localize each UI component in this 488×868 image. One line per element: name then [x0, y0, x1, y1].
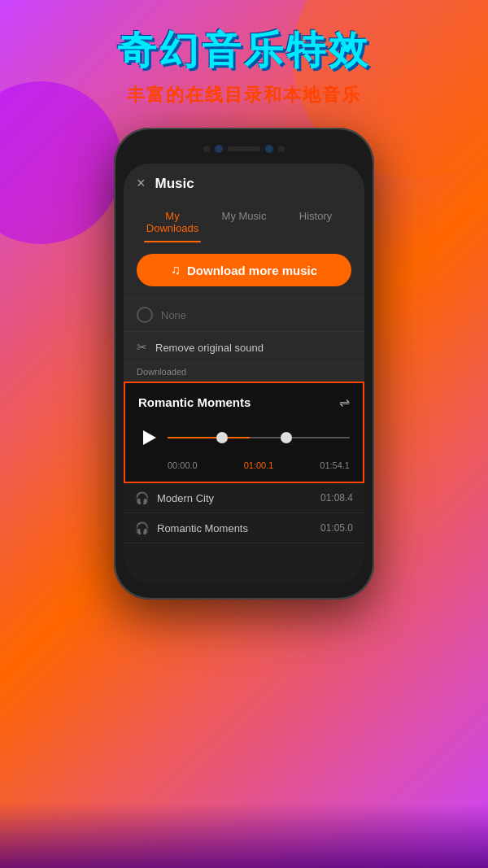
- song-name-1: Romantic Moments: [157, 522, 312, 534]
- time-row: 00:00.0 01:00.1 01:54.1: [138, 460, 350, 470]
- time-start: 00:00.0: [168, 460, 198, 470]
- trim-handle-end[interactable]: [281, 432, 292, 443]
- none-row: None: [124, 298, 364, 331]
- speaker-dot: [228, 146, 260, 151]
- music-title-row: × Music: [137, 175, 351, 192]
- camera-dot-2: [265, 145, 273, 153]
- music-note-icon: ♫: [171, 263, 181, 277]
- player-section: Romantic Moments ⇌ 00:00.0: [124, 382, 364, 483]
- player-title-row: Romantic Moments ⇌: [138, 395, 350, 410]
- headphone-icon-0: 🎧: [135, 491, 149, 504]
- remove-sound-label: Remove original sound: [155, 342, 264, 354]
- phone-screen: × Music My Downloads My Music History: [124, 164, 364, 583]
- download-section: ♫ Download more music: [124, 242, 364, 298]
- trim-handle-start[interactable]: [216, 432, 228, 443]
- top-section: 奇幻音乐特效 丰富的在线目录和本地音乐: [0, 0, 488, 116]
- song-name-0: Modern City: [157, 492, 312, 504]
- app-subtitle: 丰富的在线目录和本地音乐: [16, 83, 472, 107]
- downloaded-label: Downloaded: [124, 363, 364, 382]
- camera-area: [203, 145, 285, 153]
- headphone-icon-1: 🎧: [135, 521, 149, 534]
- song-duration-1: 01:05.0: [320, 522, 353, 534]
- none-label: None: [161, 309, 186, 321]
- tabs-row: My Downloads My Music History: [137, 203, 351, 242]
- none-circle-icon: [137, 307, 153, 323]
- dot-2: [278, 146, 285, 152]
- song-item-1[interactable]: 🎧 Romantic Moments 01:05.0: [124, 513, 364, 543]
- song-item-0[interactable]: 🎧 Modern City 01:08.4: [124, 483, 364, 513]
- time-current: 01:00.1: [244, 460, 274, 470]
- cut-icon: ✂: [137, 340, 147, 355]
- bottom-gradient-bar: [0, 803, 488, 868]
- song-duration-0: 01:08.4: [320, 492, 353, 504]
- play-button[interactable]: [138, 426, 161, 449]
- tab-my-downloads[interactable]: My Downloads: [137, 203, 208, 242]
- player-song-name: Romantic Moments: [138, 395, 251, 409]
- download-more-music-button[interactable]: ♫ Download more music: [137, 254, 351, 286]
- remove-sound-row[interactable]: ✂ Remove original sound: [124, 331, 364, 363]
- song-list: 🎧 Modern City 01:08.4 🎧 Romantic Moments…: [124, 483, 364, 543]
- phone-wrapper: × Music My Downloads My Music History: [0, 128, 488, 600]
- camera-dot: [215, 145, 223, 153]
- filter-icon[interactable]: ⇌: [339, 395, 350, 410]
- app-title: 奇幻音乐特效: [16, 24, 472, 76]
- dot-1: [203, 146, 210, 152]
- panel-title: Music: [155, 176, 194, 192]
- waveform-track[interactable]: [168, 421, 350, 454]
- download-btn-label: Download more music: [187, 264, 317, 277]
- waveform-area: [138, 421, 350, 454]
- track-played: [168, 437, 250, 438]
- time-end: 01:54.1: [320, 460, 350, 470]
- phone-camera-bar: [124, 137, 364, 160]
- music-header: × Music My Downloads My Music History: [124, 164, 364, 242]
- close-button[interactable]: ×: [137, 175, 146, 192]
- tab-history[interactable]: History: [280, 203, 351, 242]
- tab-my-music[interactable]: My Music: [208, 203, 280, 242]
- play-triangle-icon: [143, 430, 156, 445]
- phone-outer: × Music My Downloads My Music History: [114, 128, 374, 600]
